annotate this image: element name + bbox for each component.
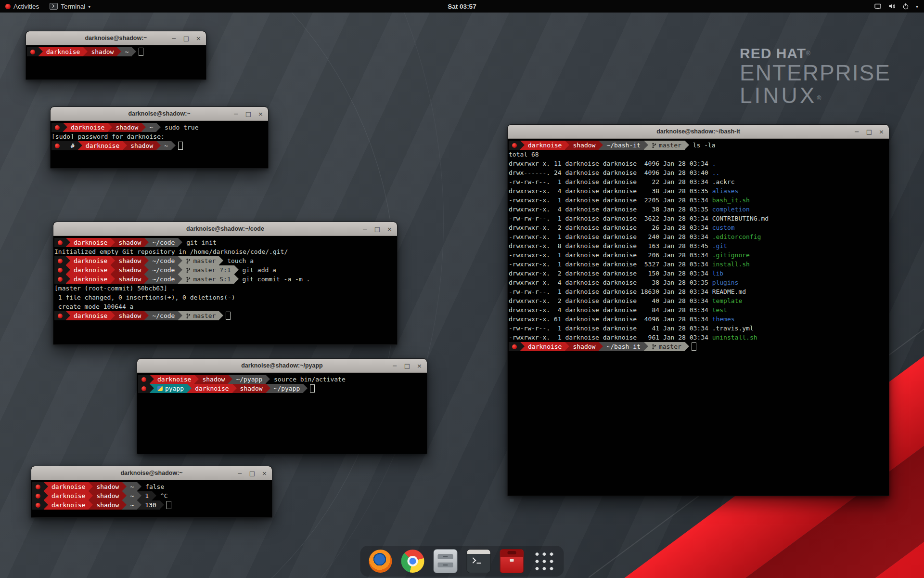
dock-chrome-icon[interactable] xyxy=(401,550,424,573)
prompt-segment-text: pyapp xyxy=(165,384,184,393)
prompt-segment-host: shadow xyxy=(112,123,141,132)
minimize-button[interactable]: − xyxy=(854,129,860,135)
prompt-segment-text: shadow xyxy=(118,275,141,284)
close-button[interactable]: × xyxy=(258,111,263,117)
close-button[interactable]: × xyxy=(196,35,201,41)
terminal-line: drwxrwxr-x. 61 darknoise darknoise 4096 … xyxy=(509,315,888,324)
powerline-arrow xyxy=(111,311,115,320)
chevron-down-icon: ▾ xyxy=(916,4,918,9)
prompt-segment-user: darknoise xyxy=(67,123,108,132)
close-button[interactable]: × xyxy=(387,226,392,232)
powerline-arrow xyxy=(178,311,182,320)
terminal-text: .gitignore xyxy=(712,250,750,260)
terminal-line: -rwxrwxr-x. 1 darknoise darknoise 206 Ja… xyxy=(509,250,888,260)
powerline-arrow xyxy=(78,141,82,150)
powerline-arrow xyxy=(303,384,308,393)
minimize-button[interactable]: − xyxy=(392,363,398,369)
maximize-button[interactable]: □ xyxy=(404,363,410,369)
terminal-line: -rw-rw-r--. 1 darknoise darknoise 41 Jan… xyxy=(509,324,888,333)
prompt-segment-host: shadow xyxy=(115,265,144,275)
terminal-text: -rwxrwxr-x. 1 darknoise darknoise 961 Ja… xyxy=(509,333,712,342)
terminal-text: README.md xyxy=(712,287,746,296)
git-branch-icon xyxy=(186,267,191,273)
terminal-text: 1 file changed, 0 insertions(+), 0 delet… xyxy=(54,293,235,302)
terminal-cursor xyxy=(692,342,696,351)
terminal-text: create mode 100644 a xyxy=(54,302,133,311)
terminal-cursor xyxy=(167,501,171,509)
prompt-segment-rh xyxy=(54,265,66,275)
redhat-icon xyxy=(30,50,35,54)
redhat-icon xyxy=(36,494,40,499)
prompt-segment-user: darknoise xyxy=(48,491,89,500)
terminal-text: sudo true xyxy=(161,123,198,132)
prompt-segment-venv: pyapp xyxy=(154,384,187,393)
window-titlebar[interactable]: darknoise@shadow:~−□× xyxy=(51,107,268,121)
terminal-text: .git xyxy=(712,241,727,250)
prompt-segment-host: shadow xyxy=(93,491,122,500)
powerline-arrow xyxy=(83,47,88,56)
maximize-button[interactable]: □ xyxy=(374,226,380,232)
powerline-arrow xyxy=(171,141,176,150)
prompt-segment-text: shadow xyxy=(96,482,119,491)
prompt-segment-rh xyxy=(138,384,150,393)
terminal-body[interactable]: darknoiseshadow~/pyapp source bin/activa… xyxy=(137,373,427,394)
prompt-segment-code: 1 xyxy=(141,491,152,500)
terminal-body[interactable]: darknoiseshadow~ sudo true[sudo] passwor… xyxy=(51,121,268,151)
minimize-button[interactable]: − xyxy=(237,470,243,476)
toolbox-handle xyxy=(508,551,516,554)
prompt-segment-text: shadow xyxy=(118,311,141,320)
window-titlebar[interactable]: darknoise@shadow:~/pyapp−□× xyxy=(137,359,427,373)
close-button[interactable]: × xyxy=(879,129,884,135)
prompt-segment-text: darknoise xyxy=(74,256,107,265)
prompt-segment-rh xyxy=(54,275,66,284)
window-titlebar[interactable]: darknoise@shadow:~/code−□× xyxy=(53,222,397,236)
terminal-text: -rwxrwxr-x. 1 darknoise darknoise 2205 J… xyxy=(509,196,712,205)
minimize-button[interactable]: − xyxy=(362,226,368,232)
clock[interactable]: Sat 03:57 xyxy=(448,3,476,10)
minimize-button[interactable]: − xyxy=(233,111,239,117)
dock-terminal-icon[interactable] xyxy=(467,549,491,573)
dock-firefox-icon[interactable] xyxy=(369,550,392,573)
powerline-arrow xyxy=(232,384,237,393)
app-menu-terminal[interactable]: Terminal ▾ xyxy=(44,0,96,13)
dock-show-applications-icon[interactable] xyxy=(533,550,555,572)
activities-button[interactable]: Activities xyxy=(0,0,44,13)
maximize-button[interactable]: □ xyxy=(249,470,255,476)
window-controls: −□× xyxy=(362,222,392,236)
terminal-body[interactable]: darknoiseshadow~ xyxy=(26,45,206,57)
terminal-line: drwx------. 24 darknoise darknoise 4096 … xyxy=(509,168,888,177)
prompt-segment-user: darknoise xyxy=(70,256,111,265)
terminal-cursor xyxy=(310,384,315,393)
terminal-body[interactable]: darknoiseshadow~/bash-itmaster ls -latot… xyxy=(508,139,889,352)
maximize-button[interactable]: □ xyxy=(245,111,251,117)
prompt-segment-path: ~/bash-it xyxy=(603,141,643,150)
prompt-segment-user: darknoise xyxy=(154,375,194,384)
registered-mark: ® xyxy=(817,95,821,102)
prompt-segment-user: darknoise xyxy=(70,238,111,247)
terminal-text: .. xyxy=(712,168,720,177)
branding-linux: LINUX xyxy=(740,83,817,108)
close-button[interactable]: × xyxy=(417,363,422,369)
prompt-segment-branch: master S:1 xyxy=(182,275,234,284)
terminal-line: -rw-rw-r--. 1 darknoise darknoise 22 Jan… xyxy=(509,177,888,186)
minimize-button[interactable]: − xyxy=(171,35,177,41)
terminal-cursor xyxy=(226,312,231,320)
powerline-arrow xyxy=(685,342,689,351)
prompt-segment-rh xyxy=(54,256,66,265)
window-titlebar[interactable]: darknoise@shadow:~−□× xyxy=(26,31,206,45)
terminal-line: [master (root-commit) 50bcb63] . xyxy=(54,284,396,293)
prompt-segment-rh xyxy=(509,141,520,150)
close-button[interactable]: × xyxy=(262,470,267,476)
prompt-segment-text: # xyxy=(71,141,75,150)
screen-icon xyxy=(874,2,882,10)
dock-toolbox-icon[interactable] xyxy=(500,549,524,573)
terminal-text: Initialized empty Git repository in /hom… xyxy=(54,247,288,256)
maximize-button[interactable]: □ xyxy=(866,129,872,135)
system-status-area[interactable]: ▾ xyxy=(874,0,924,13)
window-titlebar[interactable]: darknoise@shadow:~−□× xyxy=(31,466,272,480)
dock-files-icon[interactable] xyxy=(434,549,458,573)
terminal-body[interactable]: darknoiseshadow~/code git initInitialize… xyxy=(53,236,397,321)
window-titlebar[interactable]: darknoise@shadow:~/bash-it−□× xyxy=(508,125,889,139)
terminal-body[interactable]: darknoiseshadow~ falsedarknoiseshadow~1 … xyxy=(31,480,272,511)
maximize-button[interactable]: □ xyxy=(183,35,189,41)
